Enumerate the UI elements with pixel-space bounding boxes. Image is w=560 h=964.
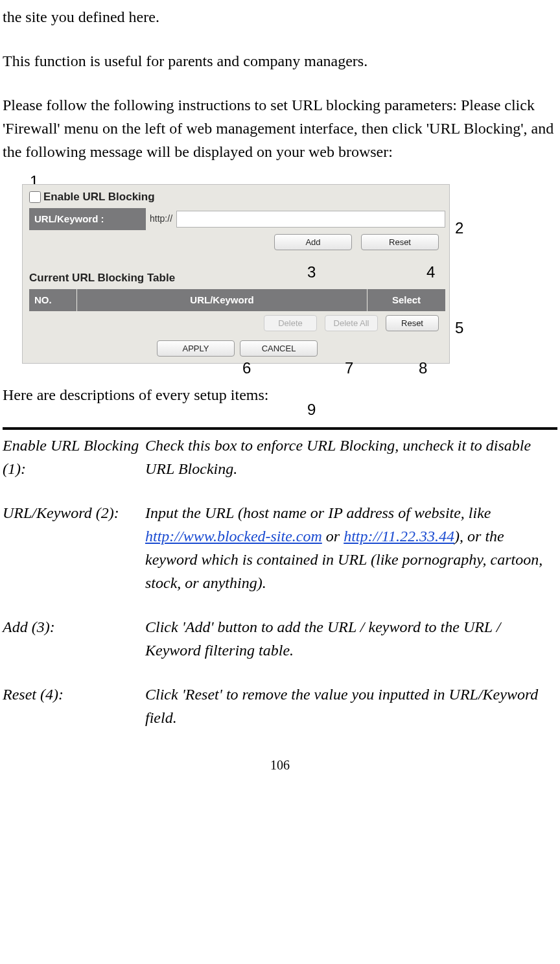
- url-keyword-label: URL/Keyword :: [29, 208, 146, 231]
- apply-button[interactable]: APPLY: [157, 340, 235, 357]
- blocked-site-link[interactable]: http://www.blocked-site.com: [145, 528, 322, 545]
- desc-row-reset: Reset (4): Click 'Reset' to remove the v…: [3, 683, 557, 729]
- add-button[interactable]: Add: [274, 234, 352, 250]
- table-title: Current URL Blocking Table: [29, 270, 445, 287]
- annot-7: 7: [345, 357, 353, 380]
- ip-link[interactable]: http://11.22.33.44: [344, 528, 454, 545]
- desc-value-reset: Click 'Reset' to remove the value you in…: [145, 683, 557, 729]
- desc-label-url: URL/Keyword (2):: [3, 501, 145, 594]
- intro-line-2: This function is useful for parents and …: [3, 49, 557, 73]
- intro-line-1: the site you defined here.: [3, 5, 557, 29]
- desc-row-add: Add (3): Click 'Add' button to add the U…: [3, 615, 557, 662]
- annot-6: 6: [242, 357, 251, 380]
- annot-5: 5: [455, 316, 463, 340]
- desc-row-url: URL/Keyword (2): Input the URL (host nam…: [3, 501, 557, 594]
- desc-value-url: Input the URL (host name or IP address o…: [145, 501, 557, 594]
- divider: [3, 427, 557, 430]
- desc-label-reset: Reset (4):: [3, 683, 145, 729]
- url-blocking-panel: Enable URL Blocking URL/Keyword : http:/…: [22, 184, 450, 364]
- page-number: 106: [3, 755, 557, 775]
- annot-3: 3: [307, 261, 316, 284]
- http-prefix: http://: [150, 212, 172, 226]
- annot-8: 8: [419, 357, 427, 380]
- desc-heading: Here are descriptions of every setup ite…: [3, 383, 557, 406]
- cancel-button[interactable]: CANCEL: [240, 340, 318, 357]
- desc-label-add: Add (3):: [3, 615, 145, 662]
- description-table: Enable URL Blocking (1): Check this box …: [3, 434, 557, 729]
- annot-4: 4: [426, 261, 435, 284]
- table-header: NO. URL/Keyword Select: [29, 289, 445, 312]
- annot-9: 9: [307, 398, 316, 421]
- th-url-keyword: URL/Keyword: [77, 289, 368, 312]
- delete-button[interactable]: Delete: [264, 315, 317, 331]
- enable-url-blocking-label: Enable URL Blocking: [43, 189, 155, 206]
- delete-all-button[interactable]: Delete All: [325, 315, 378, 331]
- url-keyword-input[interactable]: [176, 211, 445, 228]
- reset-button[interactable]: Reset: [361, 234, 439, 250]
- screenshot-wrapper: 1 Enable URL Blocking URL/Keyword : http…: [3, 184, 557, 364]
- annot-2: 2: [455, 217, 463, 240]
- th-no: NO.: [29, 289, 77, 312]
- reset-table-button[interactable]: Reset: [386, 315, 439, 331]
- desc-url-pre: Input the URL (host name or IP address o…: [145, 504, 491, 521]
- desc-value-enable: Check this box to enforce URL Blocking, …: [145, 434, 557, 480]
- desc-label-enable: Enable URL Blocking (1):: [3, 434, 145, 480]
- th-select: Select: [368, 289, 445, 312]
- desc-url-mid: or: [322, 528, 344, 545]
- intro-line-3: Please follow the following instructions…: [3, 93, 557, 163]
- desc-row-enable: Enable URL Blocking (1): Check this box …: [3, 434, 557, 480]
- enable-url-blocking-checkbox[interactable]: [29, 191, 41, 203]
- desc-value-add: Click 'Add' button to add the URL / keyw…: [145, 615, 557, 662]
